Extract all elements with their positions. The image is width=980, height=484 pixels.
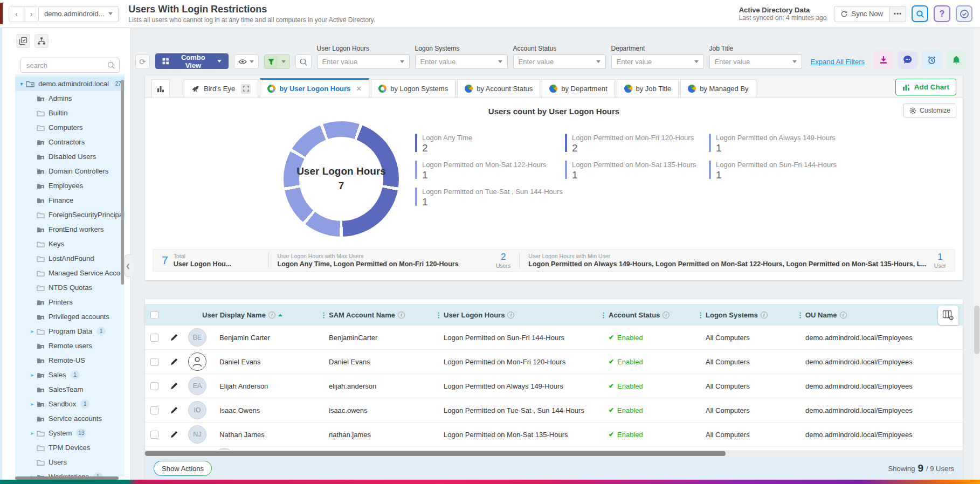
sidebar-item-system[interactable]: ▸System13 (15, 426, 125, 440)
global-search-button[interactable] (912, 5, 928, 22)
table-row-elijah-anderson[interactable]: EAElijah Andersonelijah.andersonLogon Pe… (145, 374, 963, 398)
sidebar-item-finance[interactable]: Finance (15, 193, 125, 208)
sidebar-item-users[interactable]: Users (15, 455, 125, 469)
legend-item-logon-permitted-on-mon-sat-122-hours[interactable]: Logon Permitted on Mon-Sat 122-Hours1 (415, 161, 565, 179)
sidebar-item-service-accounts[interactable]: Service accounts (15, 411, 125, 426)
sidebar-item-sandbox[interactable]: ▸Sandbox1 (15, 397, 125, 411)
row-checkbox[interactable] (150, 334, 158, 342)
info-icon[interactable]: i (761, 312, 768, 319)
filter-button[interactable] (264, 54, 291, 69)
tab-by-account-status[interactable]: by Account Status (457, 79, 540, 98)
sidebar-item-keys[interactable]: Keys (15, 237, 125, 251)
combo-view-button[interactable]: Combo View (155, 53, 229, 69)
expand-all-filters-link[interactable]: Expand All Filters (811, 58, 865, 66)
customize-button[interactable]: Customize (903, 103, 956, 117)
sidebar-item-contractors[interactable]: Contractors (15, 135, 125, 149)
tab-by-managed-by[interactable]: by Managed By (680, 79, 756, 98)
legend-item-logon-permitted-on-tue-sat-sun-144-hours[interactable]: Logon Permitted on Tue-Sat , Sun 144-Hou… (415, 188, 565, 206)
feedback-chat-button[interactable] (898, 51, 917, 69)
info-icon[interactable]: i (840, 312, 847, 319)
sidebar-item-ntds-quotas[interactable]: NTDS Quotas (15, 280, 125, 295)
edit-row-button[interactable] (164, 382, 184, 390)
table-hscroll-thumb[interactable] (145, 451, 726, 456)
filter-search-button[interactable] (295, 54, 311, 69)
export-download-button[interactable] (873, 51, 893, 69)
sidebar-item-sales[interactable]: ▸Sales1 (15, 368, 125, 382)
reset-view-button[interactable]: ⟳ (135, 54, 150, 69)
legend-item-logon-permitted-on-mon-fri-120-hours[interactable]: Logon Permitted on Mon-Fri 120-Hours2 (565, 134, 709, 153)
tab-by-job-title[interactable]: by Job Title (617, 79, 679, 98)
sidebar-item-builtin[interactable]: Builtin (15, 106, 125, 120)
filter-select-department[interactable]: Enter value (611, 54, 704, 69)
column-header-sam-account-name[interactable]: ⋮SAM Account Namei (320, 311, 435, 319)
sidebar-item-disabled-users[interactable]: Disabled Users (15, 149, 125, 164)
column-menu-icon[interactable]: ⋮ (600, 312, 607, 318)
chart-list-button[interactable] (151, 79, 170, 98)
alerts-button[interactable] (922, 51, 942, 69)
sidebar-item-frontend-workers[interactable]: FrontEnd workers (15, 222, 125, 237)
tree-vertical-scrollbar[interactable] (121, 80, 124, 285)
tab-by-user-logon-hours[interactable]: by User Logon Hours✕ (260, 78, 369, 98)
sidebar-item-employees[interactable]: Employees (15, 178, 125, 193)
column-header-user-logon-hours[interactable]: ⋮User Logon Hoursi (435, 311, 600, 319)
legend-item-logon-any-time[interactable]: Logon Any Time2 (415, 134, 565, 153)
column-settings-button[interactable] (938, 306, 958, 325)
sidebar-item-workstations[interactable]: ▸Workstations1 (15, 469, 125, 476)
column-menu-icon[interactable]: ⋮ (797, 312, 804, 318)
sidebar-item-managed-service-accoun[interactable]: Managed Service Accoun... (15, 266, 125, 280)
table-horizontal-scrollbar[interactable] (145, 450, 963, 457)
sidebar-item-tpm-devices[interactable]: TPM Devices (15, 440, 125, 455)
caret-collapsed-icon[interactable]: ▸ (28, 372, 37, 378)
donut-chart[interactable]: User Logon Hours 7 (284, 121, 399, 237)
sync-now-button[interactable]: Sync Now (834, 6, 890, 22)
column-header-account-status[interactable]: ⋮Account Statusi (600, 311, 697, 319)
show-actions-button[interactable]: Show Actions (154, 461, 212, 476)
column-visibility-button[interactable] (234, 54, 259, 69)
select-all-checkbox[interactable] (150, 311, 158, 319)
legend-item-logon-permitted-on-sun-fri-144-hours[interactable]: Logon Permitted on Sun-Fri 144-Hours1 (709, 161, 849, 179)
caret-collapsed-icon[interactable]: ▸ (28, 430, 37, 436)
sidebar-item-printers[interactable]: Printers (15, 295, 125, 309)
column-menu-icon[interactable]: ⋮ (435, 312, 442, 318)
org-tree-button[interactable] (34, 34, 49, 48)
forward-button[interactable]: › (24, 6, 38, 22)
info-icon[interactable]: i (268, 312, 275, 319)
edit-row-button[interactable] (164, 358, 184, 365)
info-icon[interactable]: i (398, 312, 405, 319)
info-icon[interactable]: i (662, 312, 670, 319)
table-row-nathan-james[interactable]: NJNathan Jamesnathan.jamesLogon Permitte… (145, 423, 963, 447)
sidebar-item-privileged-accounts[interactable]: Privileged accounts (15, 309, 125, 324)
filter-select-account-status[interactable]: Enter value (513, 54, 606, 69)
tab-by-department[interactable]: by Department (542, 79, 615, 98)
sidebar-search-input[interactable] (20, 58, 120, 73)
notifications-button[interactable] (946, 51, 966, 69)
scheduled-check-button[interactable] (956, 5, 972, 22)
sidebar-item-domain-controllers[interactable]: Domain Controllers (15, 164, 125, 178)
sidebar-item-computers[interactable]: Computers (15, 120, 125, 135)
column-header-user-display-name[interactable]: User Display Namei (164, 311, 320, 319)
row-checkbox[interactable] (150, 431, 158, 439)
sidebar-item-remote-users[interactable]: Remote users (15, 338, 125, 353)
column-menu-icon[interactable]: ⋮ (320, 312, 327, 318)
caret-collapsed-icon[interactable]: ▸ (28, 328, 37, 334)
add-chart-button[interactable]: Add Chart (895, 79, 956, 95)
back-button[interactable]: ‹ (9, 6, 24, 22)
help-button[interactable]: ? (934, 5, 950, 22)
table-row-isaac-owens[interactable]: IOIsaac Owensisaac.owensLogon Permitted … (145, 398, 963, 423)
sidebar-item-lostandfound[interactable]: LostAndFound (15, 251, 125, 266)
sort-ascending-icon[interactable] (278, 314, 282, 316)
page-scrollbar-thumb[interactable] (974, 306, 979, 354)
caret-collapsed-icon[interactable]: ▸ (28, 401, 37, 407)
sidebar-item-program-data[interactable]: ▸Program Data1 (15, 324, 125, 338)
multi-select-button[interactable] (16, 34, 30, 48)
legend-item-logon-permitted-on-always-149-hours[interactable]: Logon Permitted on Always 149-Hours1 (709, 134, 849, 153)
edit-row-button[interactable] (164, 431, 184, 438)
more-options-button[interactable]: ••• (890, 6, 906, 22)
close-icon[interactable]: ✕ (356, 85, 362, 93)
sidebar-item-remote-us[interactable]: Remote-US (15, 353, 125, 368)
edit-row-button[interactable] (164, 406, 184, 414)
sidebar-collapse-handle[interactable]: ❮ (125, 254, 131, 277)
row-checkbox[interactable] (150, 406, 158, 414)
table-row-daniel-evans[interactable]: Daniel EvansDaniel EvansLogon Permitted … (145, 350, 963, 374)
tab-bird-s-eye[interactable]: Bird's Eye (184, 79, 258, 98)
